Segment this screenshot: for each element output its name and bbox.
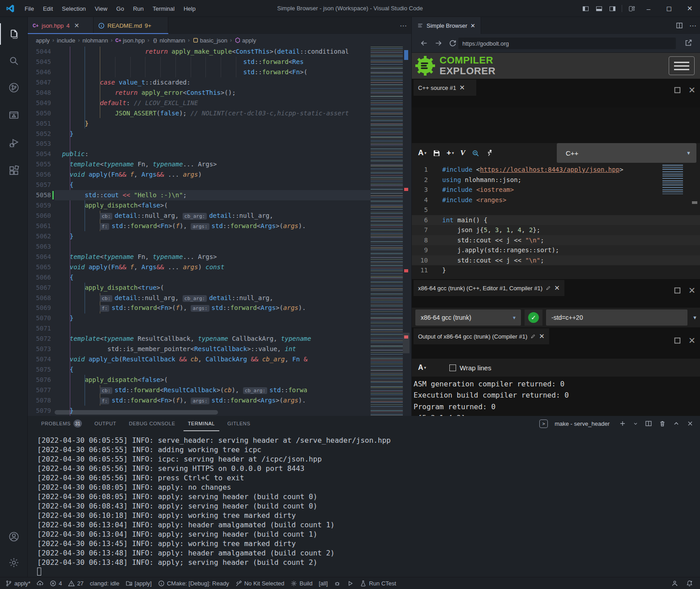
close-button[interactable]: ✕ (679, 0, 700, 17)
menu-edit[interactable]: Edit (38, 5, 57, 12)
kill-terminal-icon[interactable] (659, 420, 666, 427)
breadcrumb-item[interactable]: apply (235, 37, 256, 44)
status-feedback[interactable] (671, 580, 678, 587)
compiler-options-input[interactable]: -std=c++20 (546, 309, 687, 326)
code-editor[interactable]: 5044return apply_make_tuple<ConstThis>(d… (28, 47, 411, 416)
maximize-panel-icon[interactable] (673, 420, 680, 427)
quick-bench-icon[interactable] (486, 149, 493, 157)
tab-json-hpp[interactable]: C+ json.hpp 4 ✕ (28, 17, 94, 34)
back-icon[interactable] (420, 39, 428, 47)
split-editor-icon[interactable] (676, 22, 683, 29)
url-input[interactable]: https://godbolt.org (458, 38, 676, 49)
status-cmake-kit[interactable]: No Kit Selected (235, 580, 285, 587)
menu-help[interactable]: Help (179, 5, 200, 12)
menu-run[interactable]: Run (128, 5, 148, 12)
wrap-lines-checkbox[interactable] (449, 364, 456, 371)
terminal-title[interactable]: make - serve_header (555, 420, 610, 427)
panel-tab-debug-console[interactable]: DEBUG CONSOLE (124, 416, 180, 431)
menu-selection[interactable]: Selection (57, 5, 90, 12)
maximize-pane-icon[interactable] (674, 337, 681, 344)
menu-view[interactable]: View (90, 5, 112, 12)
breadcrumb-item[interactable]: C+json.hpp (115, 37, 145, 44)
breadcrumb-item[interactable]: basic_json (192, 37, 227, 44)
status-cmake-project[interactable]: [apply] (126, 580, 152, 587)
font-size-button[interactable]: A▾ (418, 364, 426, 372)
breadcrumb-item[interactable]: include (57, 37, 75, 44)
save-icon[interactable] (433, 149, 440, 157)
breadcrumb-item[interactable]: apply (36, 37, 50, 44)
minimize-button[interactable]: – (638, 0, 659, 17)
more-actions-icon[interactable]: ⋯ (689, 21, 696, 30)
close-panel-icon[interactable] (687, 420, 694, 427)
status-clangd-status[interactable]: clangd: idle (90, 580, 120, 587)
cmake-panel-icon[interactable] (0, 105, 28, 126)
explorer-icon[interactable] (0, 23, 28, 45)
split-terminal-icon[interactable] (645, 420, 652, 427)
font-size-button[interactable]: A▾ (418, 148, 427, 157)
panel-tab-output[interactable]: OUTPUT (90, 416, 121, 431)
maximize-button[interactable]: ◻ (659, 0, 679, 17)
search-icon[interactable] (0, 50, 28, 72)
tab-readme-md[interactable]: README.md 9+ (94, 17, 168, 34)
close-pane-icon[interactable]: ✕ (688, 285, 696, 296)
status-notifications[interactable] (686, 580, 693, 587)
overview-ruler[interactable] (403, 47, 410, 416)
customize-layout-icon[interactable] (625, 3, 638, 14)
close-pane-icon[interactable]: ✕ (688, 335, 696, 346)
maximize-pane-icon[interactable] (674, 86, 681, 94)
settings-gear-icon[interactable] (0, 552, 28, 573)
output-pane-tab[interactable]: Output of x86-64 gcc (trunk) (Compiler #… (414, 328, 549, 344)
vim-mode-icon[interactable]: V (460, 148, 465, 157)
maximize-pane-icon[interactable] (674, 287, 681, 294)
toggle-panel-icon[interactable] (592, 3, 606, 14)
status-errors[interactable]: 4 (50, 580, 62, 587)
compiler-select[interactable]: x86-64 gcc (trunk)▼ (415, 309, 521, 326)
menu-go[interactable]: Go (112, 5, 128, 12)
tab-close-icon[interactable]: ✕ (470, 22, 475, 29)
close-icon[interactable]: ✕ (459, 84, 465, 92)
menu-terminal[interactable]: Terminal (148, 5, 179, 12)
terminal-output[interactable]: [2022-04-30 06:05:55] INFO: serve_header… (37, 436, 691, 576)
status-cmake-build[interactable]: Build (290, 580, 312, 587)
cpp-insights-icon[interactable] (472, 149, 479, 157)
reload-icon[interactable] (448, 39, 457, 47)
terminal-dropdown-icon[interactable] (633, 420, 638, 427)
new-terminal-icon[interactable] (619, 420, 626, 427)
status-git-branch[interactable]: apply* (5, 580, 30, 587)
panel-tab-terminal[interactable]: TERMINAL (184, 416, 219, 431)
status-cmake-launch[interactable] (347, 580, 354, 587)
status-publish[interactable] (37, 580, 43, 587)
ce-minimap[interactable] (662, 165, 683, 194)
status-cmake-debug[interactable] (334, 580, 341, 587)
tab-simple-browser[interactable]: Simple Browser ✕ (412, 17, 481, 34)
breadcrumb-item[interactable]: nlohmann (82, 37, 108, 44)
breadcrumb-item[interactable]: {}nlohmann (152, 37, 185, 44)
status-cmake-target[interactable]: [all] (319, 580, 328, 587)
editor-more-actions-icon[interactable]: ⋯ (400, 17, 407, 34)
scrollbar-thumb[interactable] (403, 333, 410, 353)
panel-tab-gitlens[interactable]: GITLENS (223, 416, 255, 431)
tab-close-icon[interactable]: ✕ (74, 22, 79, 29)
source-control-icon[interactable] (0, 77, 28, 98)
minimap[interactable] (371, 47, 403, 416)
edit-icon[interactable] (530, 334, 536, 339)
add-pane-button[interactable]: +▾ (447, 148, 454, 157)
run-debug-icon[interactable] (0, 132, 28, 154)
close-icon[interactable]: ✕ (539, 332, 545, 340)
toggle-secondary-sidebar-icon[interactable] (606, 3, 619, 14)
close-pane-icon[interactable]: ✕ (688, 85, 696, 95)
language-select[interactable]: C++▼ (557, 143, 696, 163)
close-icon[interactable]: ✕ (554, 284, 560, 292)
status-ctest[interactable]: Run CTest (360, 580, 396, 587)
toggle-sidebar-icon[interactable] (579, 3, 592, 14)
extensions-icon[interactable] (0, 160, 28, 182)
source-pane-tab[interactable]: C++ source #1✕ (414, 80, 476, 96)
panel-tab-problems[interactable]: PROBLEMS31 (37, 416, 86, 431)
ce-scrollbar-thumb[interactable] (692, 201, 697, 204)
edit-icon[interactable] (546, 285, 551, 291)
status-warnings[interactable]: 27 (68, 580, 83, 587)
options-dropdown-icon[interactable]: ▼ (692, 309, 697, 326)
forward-icon[interactable] (434, 39, 443, 47)
ce-source-editor[interactable]: 1#include <https://localhost:8443/apply/… (412, 163, 700, 279)
status-cmake-variant[interactable]: CMake: [Debug]: Ready (158, 580, 229, 587)
